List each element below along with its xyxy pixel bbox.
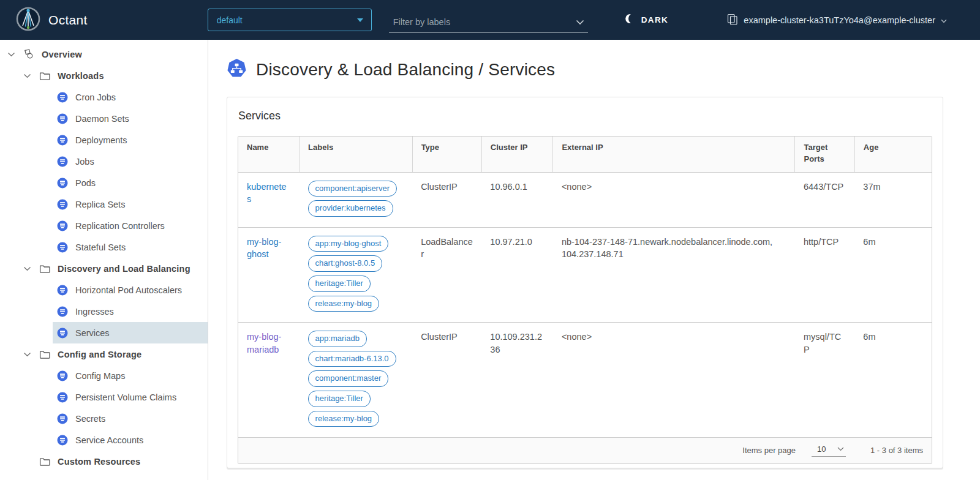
label-pill[interactable]: release:my-blog: [308, 296, 380, 312]
page-title: Discovery & Load Balancing / Services: [256, 60, 555, 80]
sidebar-item-label: Deployments: [75, 135, 127, 145]
sidebar-item-label: Config Maps: [75, 371, 125, 381]
brand[interactable]: Octant: [16, 7, 88, 34]
sidebar-item-workloads[interactable]: Workloads: [0, 65, 208, 86]
table-header-cell: Cluster IP: [481, 137, 553, 172]
chevron-down-icon: [837, 447, 844, 451]
service-name-link[interactable]: kubernetes: [247, 182, 287, 204]
overview-objects-icon: [23, 48, 34, 60]
chevron-down-icon[interactable]: [22, 73, 32, 78]
cluster-context-icon: [727, 13, 738, 27]
sidebar-item-label: Replica Sets: [75, 200, 125, 209]
sidebar-item-label: Discovery and Load Balancing: [58, 264, 190, 274]
table-header-cell: Type: [412, 137, 481, 172]
sidebar-item-discovery-and-load-balancing[interactable]: Discovery and Load Balancing: [0, 258, 208, 279]
sidebar-item-label: Replication Controllers: [75, 221, 165, 231]
services-datagrid: NameLabelsTypeCluster IPExternal IPTarge…: [238, 136, 932, 464]
label-pill[interactable]: component:apiserver: [308, 181, 397, 197]
sidebar-item-jobs[interactable]: Jobs: [53, 151, 208, 172]
label-pill[interactable]: component:master: [308, 370, 389, 387]
horizontal-pod-autoscalers-icon: [56, 285, 68, 296]
label-pill[interactable]: release:my-blog: [308, 411, 380, 427]
label-pill[interactable]: provider:kubernetes: [308, 200, 393, 217]
pagination-range: 1 - 3 of 3 items: [870, 446, 923, 455]
table-header-cell: Labels: [300, 137, 413, 172]
label-pill[interactable]: heritage:Tiller: [308, 391, 371, 407]
sidebar-item-label: Overview: [42, 50, 82, 59]
sidebar-item-replication-controllers[interactable]: Replication Controllers: [53, 215, 208, 236]
label-filter-placeholder: Filter by labels: [393, 17, 450, 27]
services-table: NameLabelsTypeCluster IPExternal IPTarge…: [238, 137, 932, 437]
service-type-cell: ClusterIP: [412, 323, 481, 437]
sidebar-item-ingresses[interactable]: Ingresses: [53, 301, 208, 322]
sidebar-item-label: Persistent Volume Claims: [75, 392, 176, 402]
label-filter-input[interactable]: Filter by labels: [389, 17, 588, 33]
pods-icon: [56, 178, 68, 189]
target-ports-cell: 6443/TCP: [795, 172, 854, 227]
items-per-page-value: 10: [817, 444, 826, 454]
services-heptagon-icon: [227, 58, 247, 81]
service-type-cell: LoadBalancer: [412, 227, 481, 322]
external-ip-cell: <none>: [553, 323, 795, 437]
namespace-value: default: [217, 15, 243, 25]
service-name-link[interactable]: my-blog-mariadb: [247, 332, 281, 354]
sidebar-item-label: Stateful Sets: [75, 242, 126, 252]
sidebar-item-label: Workloads: [58, 71, 104, 81]
context-switcher[interactable]: example-cluster-ka3TuTzYo4a@example-clus…: [727, 13, 947, 27]
config-maps-icon: [56, 370, 68, 381]
sidebar-item-custom-resources[interactable]: Custom Resources: [0, 451, 208, 472]
label-pill[interactable]: app:my-blog-ghost: [308, 236, 389, 252]
main-content: Discovery & Load Balancing / Services Se…: [208, 40, 980, 480]
cluster-ip-cell: 10.109.231.236: [481, 323, 553, 437]
sidebar-item-label: Secrets: [75, 414, 105, 424]
sidebar-item-label: Cron Jobs: [75, 92, 116, 102]
service-name-link[interactable]: my-blog-ghost: [247, 237, 281, 259]
sidebar-item-config-and-storage[interactable]: Config and Storage: [0, 343, 208, 365]
caret-down-icon: [357, 18, 363, 22]
sidebar-item-stateful-sets[interactable]: Stateful Sets: [53, 236, 208, 258]
sidebar-item-replica-sets[interactable]: Replica Sets: [53, 193, 208, 215]
chevron-down-icon[interactable]: [6, 52, 16, 57]
sidebar-item-daemon-sets[interactable]: Daemon Sets: [53, 108, 208, 129]
namespace-select[interactable]: default: [208, 9, 372, 31]
daemon-sets-icon: [56, 113, 68, 124]
chevron-down-icon[interactable]: [22, 266, 32, 271]
folder-icon: [39, 71, 50, 81]
sidebar-item-services[interactable]: Services: [53, 322, 208, 343]
cluster-ip-cell: 10.97.21.0: [481, 227, 553, 322]
items-per-page-select[interactable]: 10: [812, 444, 846, 457]
sidebar-item-label: Config and Storage: [58, 350, 141, 359]
dark-mode-toggle[interactable]: DARK: [624, 13, 669, 27]
stateful-sets-icon: [56, 242, 68, 253]
sidebar-item-label: Services: [75, 328, 110, 338]
sidebar-item-label: Daemon Sets: [75, 114, 129, 124]
page-header: Discovery & Load Balancing / Services: [227, 58, 943, 81]
app-title: Octant: [48, 13, 88, 28]
sidebar-item-horizontal-pod-autoscalers[interactable]: Horizontal Pod Autoscalers: [53, 279, 208, 301]
label-pill[interactable]: chart:ghost-8.0.5: [308, 255, 383, 272]
label-pill[interactable]: heritage:Tiller: [308, 276, 371, 292]
table-header-cell: External IP: [553, 137, 795, 172]
chevron-down-icon[interactable]: [22, 352, 32, 357]
sidebar-item-config-maps[interactable]: Config Maps: [53, 365, 208, 386]
sidebar-item-label: Pods: [75, 178, 96, 188]
target-ports-cell: http/TCP: [795, 227, 854, 322]
table-header-cell: Target Ports: [795, 137, 854, 172]
context-label: example-cluster-ka3TuTzYo4a@example-clus…: [744, 15, 935, 25]
label-pill[interactable]: app:mariadb: [308, 331, 367, 347]
sidebar-item-cron-jobs[interactable]: Cron Jobs: [53, 86, 208, 108]
sidebar-item-secrets[interactable]: Secrets: [53, 408, 208, 429]
sidebar-item-overview[interactable]: Overview: [0, 43, 208, 65]
cluster-ip-cell: 10.96.0.1: [481, 172, 553, 227]
sidebar-item-pods[interactable]: Pods: [53, 172, 208, 193]
sidebar-item-service-accounts[interactable]: Service Accounts: [53, 429, 208, 451]
sidebar-item-persistent-volume-claims[interactable]: Persistent Volume Claims: [53, 386, 208, 408]
sidebar-item-label: Service Accounts: [75, 435, 143, 445]
pagination: Items per page 10 1 - 3 of 3 items: [238, 437, 932, 463]
sidebar-item-deployments[interactable]: Deployments: [53, 129, 208, 151]
table-header-cell: Name: [238, 137, 300, 172]
sidebar-item-label: Custom Resources: [58, 457, 140, 467]
label-pill[interactable]: chart:mariadb-6.13.0: [308, 351, 396, 367]
service-type-cell: ClusterIP: [412, 172, 481, 227]
deployments-icon: [56, 135, 68, 146]
